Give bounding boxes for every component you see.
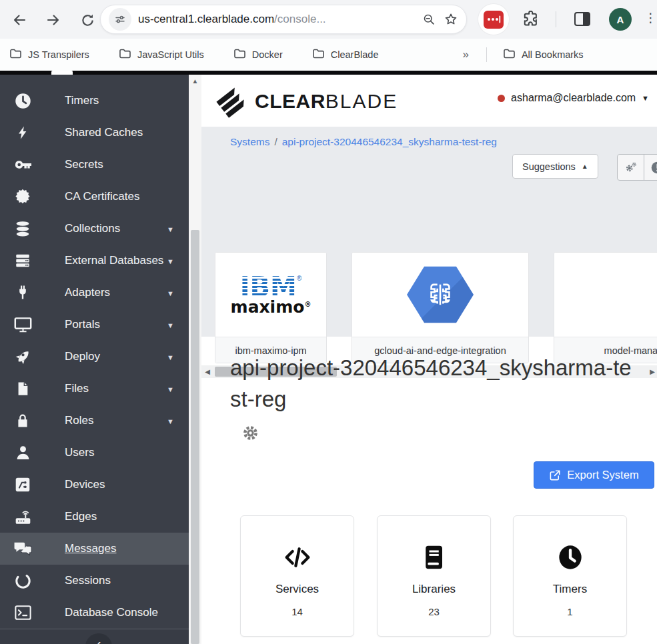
suggestions-button[interactable]: Suggestions ▲ [512,154,598,179]
sidebar-item-timers[interactable]: Timers [0,85,189,117]
bookmark-item[interactable]: JavaScript Utils [119,48,204,61]
bookmark-label: ClearBlade [331,49,379,60]
sidebar-item-edges[interactable]: Edges [0,501,189,533]
bookmark-label: JavaScript Utils [137,49,204,60]
sidebar-item-users[interactable]: Users [0,437,189,469]
caret-down-icon[interactable]: ▼ [167,321,174,329]
bookmark-star-icon[interactable] [444,12,458,27]
devices-icon [11,476,35,493]
sidebar-item-database-console[interactable]: Database Console [0,597,189,629]
caret-down-icon[interactable]: ▼ [167,225,174,233]
address-bar[interactable]: us-central1.clearblade.com/console... [100,5,467,34]
account-menu[interactable]: asharma@clearblade.com ▼ [498,92,649,104]
toolbar-divider [556,11,556,27]
account-caret-icon: ▼ [642,94,649,102]
bookmark-item[interactable]: Docker [233,48,283,61]
ecosystem-card[interactable]: gcloud-ai-and-edge-integration [352,252,529,363]
url-host: us-central1.clearblade.com [138,13,274,25]
sidebar-item-ca-certificates[interactable]: CA Certificates [0,181,189,213]
clock-icon [11,92,35,110]
sidebar-item-label: Users [65,446,94,459]
site-settings-icon[interactable] [109,8,131,31]
clockb-icon [557,543,584,572]
bookmarks-bar: JS TranspilersJavaScript UtilsDockerClea… [0,39,657,71]
page: us-central1.clearblade.com/console... A … [0,0,657,644]
export-system-button[interactable]: Export System [534,461,654,489]
url-path: /console... [274,13,326,25]
bookmark-item[interactable]: ClearBlade [312,48,379,61]
sidebar-item-secrets[interactable]: Secrets [0,149,189,181]
caret-up-icon: ▲ [582,163,588,170]
rocket-icon [11,348,35,366]
ecosystem-card[interactable]: model-manageme [554,252,657,363]
settings-gears-button[interactable] [618,155,644,180]
brand-text: CLEARBLADE [255,90,398,113]
stat-card-services[interactable]: Services14 [240,515,354,637]
reload-icon[interactable] [76,9,99,31]
lastpass-extension-icon[interactable] [478,4,509,35]
info-alert-button[interactable] [644,155,657,180]
system-title: api-project-320446546234_skysharma-test-… [230,352,637,415]
sidebar-item-deploy[interactable]: Deploy▼ [0,341,189,373]
scroll-up-icon[interactable]: ▲ [189,77,201,85]
sidebar-item-portals[interactable]: Portals▼ [0,309,189,341]
all-bookmarks-folder[interactable]: All Bookmarks [503,48,584,61]
system-settings-gear-icon[interactable] [241,424,259,445]
back-icon[interactable] [8,9,31,31]
vertical-scroll-thumb[interactable] [191,230,199,644]
sidebar-item-adapters[interactable]: Adapters▼ [0,277,189,309]
side-panel-icon[interactable] [574,12,590,26]
sidebar-item-devices[interactable]: Devices [0,469,189,501]
profile-avatar[interactable]: A [609,8,632,31]
clearblade-logo-mark [215,83,249,119]
ecosystem-card[interactable]: IBM®maximo®ibm-maximo-ipm [215,252,327,363]
sidebar-item-label: CA Certificates [65,190,139,203]
zoom-icon[interactable] [422,13,436,26]
sidebar-item-shared-caches[interactable]: Shared Caches [0,117,189,149]
scroll-right-icon[interactable]: ▶ [648,365,657,378]
sidebar-item-collections[interactable]: Collections▼ [0,213,189,245]
sidebar-item-messages[interactable]: Messages [0,533,189,565]
sidebar-item-label: Shared Caches [65,126,143,139]
lock-icon [11,412,35,429]
chat-icon [11,540,35,557]
caret-down-icon[interactable]: ▼ [167,385,174,393]
caret-down-icon[interactable]: ▼ [167,257,174,265]
sidebar-item-label: Collections [65,222,120,235]
bookmarks-overflow-icon[interactable]: » [462,48,468,61]
breadcrumb-systems-link[interactable]: Systems [230,136,269,147]
book-icon [422,543,446,572]
sidebar-item-sessions[interactable]: Sessions [0,565,189,597]
stat-card-label: Libraries [412,583,456,596]
session-icon [11,572,35,590]
bookmark-label: Docker [252,49,283,60]
extensions-puzzle-icon[interactable] [522,11,539,31]
sidebar-item-label: Timers [65,94,99,107]
sidebar-item-external-databases[interactable]: External Databases▼ [0,245,189,277]
url-text[interactable]: us-central1.clearblade.com/console... [138,13,414,26]
stat-card-label: Timers [553,583,587,596]
caret-down-icon[interactable]: ▼ [167,289,174,297]
breadcrumb-current-link[interactable]: api-project-320446546234_skysharma-test-… [282,136,497,147]
header-icon-button-group [617,154,657,181]
bolt-icon [11,124,35,141]
stat-card-count: 14 [291,606,303,617]
vertical-scrollbar[interactable]: ▲ [189,75,201,644]
sidebar-item-files[interactable]: Files▼ [0,373,189,405]
caret-down-icon[interactable]: ▼ [167,417,174,425]
sidebar-collapse-button[interactable]: ‹ [85,633,112,644]
scroll-left-icon[interactable]: ◀ [203,365,212,378]
seal-icon [11,188,35,205]
sidebar-item-roles[interactable]: Roles▼ [0,405,189,437]
stat-card-timers[interactable]: Timers1 [513,515,627,637]
forward-icon[interactable] [42,9,65,31]
stat-card-libraries[interactable]: Libraries23 [377,515,491,637]
sidebar-item-label: Files [65,382,89,395]
app-header: CLEARBLADE asharma@clearblade.com ▼ [201,75,657,127]
user-icon [11,444,35,461]
bookmark-item[interactable]: JS Transpilers [9,48,89,61]
sidebar-item-label: Secrets [65,158,103,171]
bookmarks-divider [486,47,487,62]
caret-down-icon[interactable]: ▼ [167,353,174,361]
browser-menu-icon[interactable]: ⋮ [644,10,657,25]
